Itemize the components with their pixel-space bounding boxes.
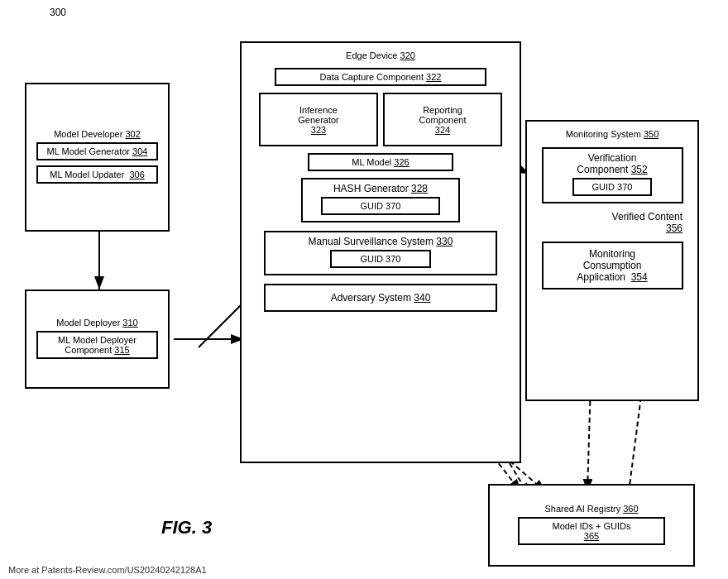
adversary-system-label: Adversary System 340 (269, 292, 492, 304)
hash-generator-label: HASH Generator 328 (306, 183, 455, 194)
fig-label: FIG. 3 (161, 517, 212, 538)
verification-component-box: VerificationComponent 352 GUID 370 (542, 147, 683, 203)
model-deployer-box: Model Deployer 310 ML Model DeployerComp… (25, 290, 170, 389)
shared-registry-box: Shared AI Registry 360 Model IDs + GUIDs… (488, 484, 695, 567)
manual-surveillance-label: Manual Surveillance System 330 (269, 236, 492, 247)
ml-model-box: ML Model 326 (308, 153, 453, 171)
ml-model-deployer-component-box: ML Model DeployerComponent 315 (36, 331, 158, 359)
edge-device-label: Edge Device 320 (248, 50, 513, 61)
diagram-number: 300 (50, 7, 66, 18)
verification-component-label: VerificationComponent 352 (547, 152, 678, 175)
edge-device-box: Edge Device 320 Data Capture Component 3… (240, 41, 521, 463)
manual-guid-box: GUID 370 (330, 250, 430, 268)
ml-model-updater-box: ML Model Updater 306 (36, 165, 158, 184)
monitoring-system-box: Monitoring System 350 VerificationCompon… (525, 120, 699, 401)
model-deployer-label: Model Deployer 310 (56, 317, 137, 328)
verified-content-label: Verified Content356 (534, 211, 691, 234)
hash-guid-box: GUID 370 (321, 197, 440, 215)
hash-generator-box: HASH Generator 328 GUID 370 (301, 178, 460, 223)
footer-text: More at Patents-Review.com/US20240242128… (8, 565, 207, 575)
adversary-system-box: Adversary System 340 (264, 284, 497, 312)
data-capture-box: Data Capture Component 322 (275, 68, 486, 86)
monitoring-system-label: Monitoring System 350 (534, 128, 691, 140)
model-ids-guids-box: Model IDs + GUIDs365 (518, 517, 666, 545)
manual-surveillance-box: Manual Surveillance System 330 GUID 370 (264, 231, 497, 275)
monitoring-consumption-label: MonitoringConsumptionApplication 354 (547, 248, 678, 283)
reporting-component-box: ReportingComponent 324 (383, 93, 502, 146)
ml-model-generator-box: ML Model Generator 304 (36, 142, 158, 160)
diagram-container: 300 Model Developer 302 ML Model Generat… (0, 0, 728, 579)
monitoring-consumption-box: MonitoringConsumptionApplication 354 (542, 242, 683, 290)
model-developer-label: Model Developer 302 (54, 128, 141, 140)
model-developer-box: Model Developer 302 ML Model Generator 3… (25, 83, 170, 232)
shared-registry-label: Shared AI Registry 360 (544, 503, 638, 514)
verification-guid-box: GUID 370 (572, 178, 651, 196)
inference-generator-box: InferenceGenerator 323 (259, 93, 378, 146)
